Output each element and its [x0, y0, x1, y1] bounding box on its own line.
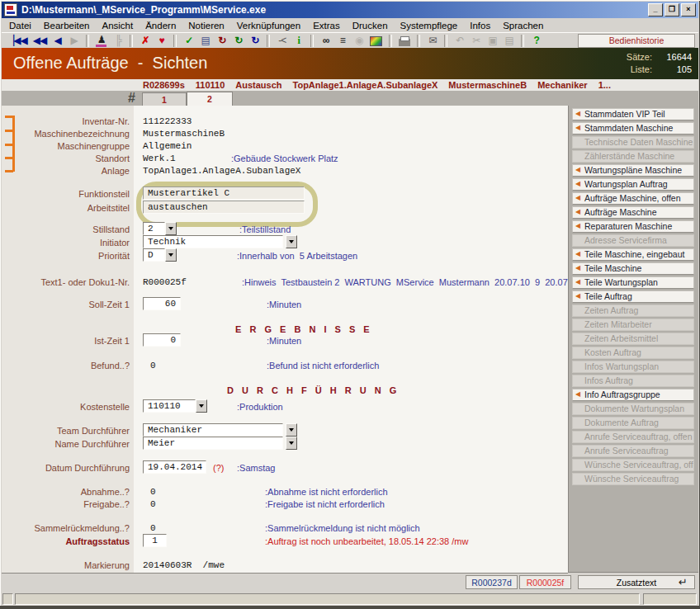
sidebar-item-auftraege-maschine[interactable]: ◀Aufträge Maschine	[572, 206, 694, 219]
sollzeit-input[interactable]: 60	[143, 297, 181, 310]
breadcrumb-team: Mechaniker	[537, 80, 588, 90]
triangle-left-icon: ◀	[575, 109, 580, 119]
zusatztext-button[interactable]: Zusatztext ↵	[578, 575, 695, 589]
sidebar-item-teile-auftrag[interactable]: ◀Teile Auftrag	[572, 290, 694, 303]
arbeitstitel-input[interactable]: austauschen	[143, 201, 305, 214]
form-icon[interactable]: ▤	[200, 35, 210, 47]
first-record-icon[interactable]: ▕◀◀	[7, 35, 27, 47]
delete-icon[interactable]: ✗	[140, 35, 150, 47]
maximize-button[interactable]: ❐	[665, 3, 679, 17]
binoculars-icon[interactable]: ∞	[320, 35, 331, 47]
menu-bearbeiten[interactable]: Bearbeiten	[44, 21, 90, 31]
mail-icon[interactable]: ✉	[427, 35, 438, 47]
refresh-red-icon[interactable]: ↻	[216, 35, 227, 47]
initiator-dropdown[interactable]: Technik	[143, 235, 283, 248]
field-markierung: Markierung 20140603R /mwe	[2, 560, 568, 573]
team-dropdown[interactable]: Mechaniker	[143, 423, 283, 437]
toolbar-separator	[130, 35, 133, 47]
sidebar-item-infos-wartungsplan: Infos Wartungsplan	[572, 361, 694, 373]
stillstand-dropdown[interactable]: 2	[143, 222, 165, 235]
doc-button-r000025f[interactable]: R000025f	[519, 575, 571, 589]
copy-icon: ▣	[487, 35, 498, 47]
info-icon[interactable]: i	[293, 35, 304, 47]
prioritaet-dropdown[interactable]: D	[143, 248, 165, 262]
printer-icon[interactable]	[399, 39, 410, 46]
sidebar-item-zaehlerstaende-maschine: Zählerstände Maschine	[572, 150, 694, 163]
menu-aendern[interactable]: Ändern	[145, 21, 176, 31]
menu-notieren[interactable]: Notieren	[188, 21, 224, 31]
chevron-down-icon	[289, 428, 294, 432]
name-dropdown[interactable]: Meier	[143, 437, 283, 450]
field-prioritaet: Priorität D :Innerhalb von 5 Arbeitstage…	[2, 251, 568, 263]
back-icon[interactable]: ◀	[52, 35, 63, 47]
sammel-value: 0	[150, 523, 156, 533]
tab-2-active[interactable]: 2	[187, 92, 233, 106]
field-arbeitstitel: Arbeitstitel austauschen	[2, 203, 568, 215]
sidebar-item-wuensche-serviceauftrag: Wünsche Serviceauftrag	[572, 473, 694, 485]
sidebar-item-anrufe-serviceauftrag-offen: Anrufe Serviceauftrag, offen	[572, 431, 694, 443]
team-dropdown-button[interactable]	[286, 423, 297, 437]
list-lines-icon[interactable]: ≡	[337, 35, 348, 47]
confirm-icon[interactable]: ✓	[183, 35, 194, 47]
menu-ansicht[interactable]: Ansicht	[102, 21, 133, 31]
istzeit-input[interactable]: 0	[143, 333, 181, 347]
close-button[interactable]: ×	[681, 3, 696, 17]
initiator-dropdown-button[interactable]	[286, 235, 297, 248]
menu-infos[interactable]: Infos	[470, 21, 490, 31]
toolbar-separator	[389, 35, 392, 47]
paste-icon: ▤	[504, 35, 514, 47]
help-icon[interactable]: ?	[531, 35, 542, 47]
name-label: Name Durchführer	[2, 439, 130, 449]
forward-icon: ▶	[69, 35, 79, 47]
menu-systempflege[interactable]: Systempflege	[400, 21, 458, 31]
breadcrumb-status: 1...	[598, 80, 611, 90]
stamp-icon[interactable]: ♟	[96, 35, 106, 47]
auftragsstatus-input[interactable]: 1	[143, 534, 167, 547]
refresh-green-icon[interactable]: ↻	[233, 35, 244, 47]
stillstand-dropdown-button[interactable]	[165, 222, 177, 235]
record-stats: Sätze: 16644 Liste: 105	[627, 50, 692, 75]
prioritaet-dropdown-button[interactable]	[165, 248, 177, 262]
minimize-button[interactable]: _	[648, 3, 663, 17]
sidebar-item-teile-maschine-eingebaut[interactable]: ◀Teile Maschine, eingebaut	[572, 248, 694, 261]
app-icon	[4, 3, 17, 17]
sidebar-item-teile-maschine[interactable]: ◀Teile Maschine	[572, 262, 694, 275]
sammel-label: Sammelrückmeldung..?	[2, 523, 130, 533]
standort-value: Werk.1	[143, 153, 176, 163]
breadcrumb-anlage: TopAnlage1.AnlageA.SubanlageX	[293, 80, 438, 90]
tab-1[interactable]: 1	[142, 92, 187, 106]
sidebar-item-stammdaten-maschine[interactable]: ◀Stammdaten Maschine	[572, 122, 694, 135]
funktionsteil-input[interactable]: Musterartikel C	[143, 186, 305, 200]
triangle-left-icon: ◀	[575, 263, 580, 273]
image-icon[interactable]	[370, 36, 382, 46]
name-dropdown-button[interactable]	[286, 437, 297, 450]
sidebar-item-kosten-auftrag: Kosten Auftrag	[572, 347, 694, 359]
sidebar-item-reparaturen-maschine[interactable]: ◀Reparaturen Maschine	[572, 220, 694, 233]
istzeit-annotation: :Minuten	[267, 336, 301, 346]
sidebar-item-wartungsplaene-maschine[interactable]: ◀Wartungspläne Maschine	[572, 164, 694, 177]
menu-drucken[interactable]: Drucken	[352, 21, 388, 31]
refresh-blue-icon[interactable]: ↻	[249, 35, 260, 47]
kostenstelle-dropdown[interactable]: 110110	[143, 399, 196, 413]
sidebar-item-auftraege-maschine-offen[interactable]: ◀Aufträge Maschine, offen	[572, 192, 694, 205]
kostenstelle-dropdown-button[interactable]	[196, 399, 207, 413]
freigabe-annotation: :Freigabe ist nicht erforderlich	[265, 499, 385, 509]
sidebar-item-zeiten-arbeitsmittel: Zeiten Arbeitsmittel	[572, 333, 694, 345]
doc-button-r000237d[interactable]: R000237d	[466, 575, 518, 589]
sidebar-item-stammdaten-vip-teil[interactable]: ◀Stammdaten VIP Teil	[572, 108, 694, 120]
favorite-icon[interactable]: ♥	[156, 35, 167, 47]
fast-back-icon[interactable]: ◀◀	[33, 35, 46, 47]
standort-label: Standort	[2, 153, 130, 163]
undo-icon: ↶	[454, 35, 465, 47]
sidebar-item-info-auftragsgruppe[interactable]: ◀Info Auftragsgruppe	[572, 389, 694, 401]
menu-extras[interactable]: Extras	[313, 21, 340, 31]
datum-help-hint[interactable]: (?)	[213, 463, 224, 473]
menu-datei[interactable]: Datei	[9, 21, 31, 31]
menu-sprachen[interactable]: Sprachen	[503, 21, 543, 31]
sidebar-item-teile-wartungsplan[interactable]: ◀Teile Wartungsplan	[572, 276, 694, 289]
branch-icon[interactable]: -<	[277, 35, 287, 47]
bedienhistorie-button[interactable]: Bedienhistorie	[578, 34, 695, 48]
menu-verknuepfungen[interactable]: Verknüpfungen	[237, 21, 300, 31]
sidebar-item-wartungsplan-auftrag[interactable]: ◀Wartungsplan Auftrag	[572, 178, 694, 191]
datum-input[interactable]: 19.04.2014	[143, 460, 206, 474]
